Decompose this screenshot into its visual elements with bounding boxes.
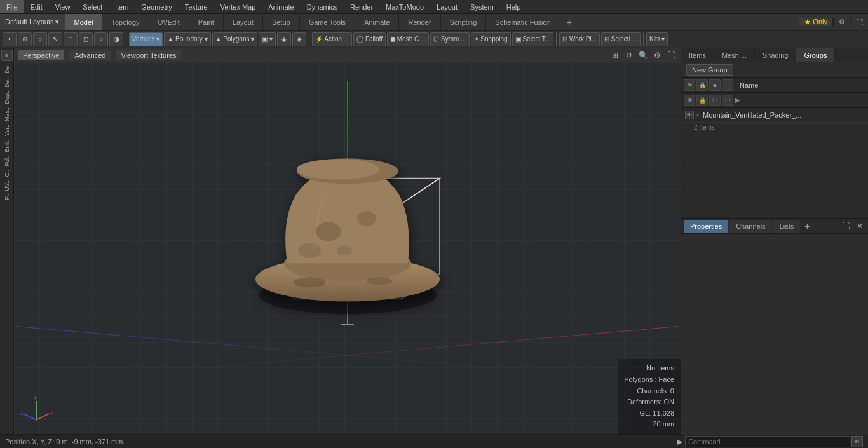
sidebar-item-ver[interactable]: Ver.. [3,123,11,137]
tool-selecti[interactable]: ⊞ Selecti ... [601,32,641,46]
tool-world[interactable]: ⊕ [18,32,32,46]
sidebar-toggle[interactable]: ≡ [1,50,13,61]
menu-vertex-map[interactable]: Vertex Map [214,0,262,13]
menu-file[interactable]: File [0,0,24,13]
tool-boundary[interactable]: ▲ Boundary ▾ [164,32,210,46]
tool-symmetry[interactable]: ⬡ Symm ... [430,32,469,46]
tab-scripting[interactable]: Scripting [441,14,487,30]
tool-circle[interactable]: ○ [33,32,47,46]
group-check-btn2[interactable]: ☐ [722,95,733,106]
tab-topology[interactable]: Topology [102,14,149,30]
bottom-tab-properties[interactable]: Properties [684,220,728,233]
right-tab-shading[interactable]: Shading [755,48,796,62]
group-eye-btn2[interactable]: 👁 [684,95,695,106]
sidebar-item-de2[interactable]: De.. [3,76,11,89]
menu-system[interactable]: System [464,0,500,13]
group-render-btn[interactable]: ◈ [709,79,721,91]
vp-expand-btn[interactable]: ⛶ [665,50,677,61]
group-item-eye[interactable]: 👁 [685,111,694,119]
menu-dynamics[interactable]: Dynamics [301,0,344,13]
vp-tab-textures[interactable]: Viewport Textures [116,50,181,60]
layout-fullscreen-btn[interactable]: ⛶ [850,18,868,26]
layout-dropdown[interactable]: Default Layouts ▾ [0,14,65,30]
right-tab-items[interactable]: Items [681,48,714,62]
group-eye-btn[interactable]: 👁 [684,79,695,91]
vp-tab-perspective[interactable]: Perspective [18,50,64,60]
bottom-tab-add-btn[interactable]: + [801,221,813,232]
menu-item[interactable]: Item [109,0,135,13]
sidebar-item-de1[interactable]: De.. [3,62,11,75]
tab-game-tools[interactable]: Game Tools [300,14,356,30]
tool-arrow[interactable]: ↖ [48,32,62,46]
tool-polygons[interactable]: ▲ Polygons ▾ [212,32,258,46]
tool-square2[interactable]: ◻ [79,32,93,46]
menu-view[interactable]: View [49,0,77,13]
sidebar-item-emi[interactable]: Emi.. [3,138,11,154]
menu-texture[interactable]: Texture [179,0,214,13]
tool-oval[interactable]: ○ [94,32,108,46]
sidebar-item-pol[interactable]: Pol.. [3,154,11,168]
tool-mesh-c[interactable]: ◼ Mesh C ... [387,32,429,46]
menu-maxtomodo[interactable]: MaxToModo [379,0,430,13]
group-extra-btn[interactable]: ⋯ [722,79,733,91]
layout-add-btn[interactable]: + [560,14,578,30]
group-expand-arrow[interactable]: ▶ [735,97,741,104]
tab-render[interactable]: Render [399,14,440,30]
tool-half[interactable]: ◑ [109,32,123,46]
star-only-btn[interactable]: ★ Only [799,18,833,26]
groups-panel: New Group 👁 🔒 ◈ ⋯ Name 👁 🔒 ☐ ☐ ▶ [681,62,868,218]
tool-snapping[interactable]: ✦ Snapping [471,32,511,46]
menu-layout[interactable]: Layout [430,0,464,13]
menu-help[interactable]: Help [500,0,527,13]
tab-uvedit[interactable]: UVEdit [149,14,189,30]
tool-action[interactable]: ⚡ Action ... [312,32,352,46]
sep3 [556,32,557,46]
tool-kits[interactable]: Kits ▾ [646,32,668,46]
sidebar-item-mes[interactable]: Mes.. [3,106,11,123]
tab-model[interactable]: Model [65,14,103,30]
tool-work-pl[interactable]: ⊟ Work Pl... [559,32,600,46]
menu-geometry[interactable]: Geometry [135,0,178,13]
menu-select[interactable]: Select [76,0,109,13]
group-lock-btn2[interactable]: 🔒 [696,95,708,106]
vp-reset-btn[interactable]: ↺ [623,50,635,61]
new-group-button[interactable]: New Group [686,64,733,76]
tool-sphere2[interactable]: ◈ [292,32,306,46]
bottom-expand-btn[interactable]: ⛶ [840,221,851,232]
sidebar-item-c[interactable]: C.. [3,168,11,179]
vp-fit-btn[interactable]: ⊞ [609,50,621,61]
vp-zoom-btn[interactable]: 🔍 [637,50,649,61]
sidebar-item-uv[interactable]: UV.. [3,179,11,193]
tab-paint[interactable]: Paint [189,14,224,30]
group-list-item[interactable]: 👁 ✓ Mountain_Ventilated_Packer_... [681,108,868,123]
tab-layout[interactable]: Layout [224,14,263,30]
tool-dot[interactable]: • [3,32,17,46]
tool-falloff[interactable]: ◯ Falloff [353,32,386,46]
tool-sphere[interactable]: ◈ [277,32,291,46]
sidebar-item-dup[interactable]: Dup.. [3,89,11,105]
bottom-tab-lists[interactable]: Lists [773,220,801,233]
command-go-btn[interactable]: ↵ [851,436,863,447]
menu-animate[interactable]: Animate [262,0,300,13]
viewport-3d[interactable]: No Items Polygons : Face Channels: 0 Def… [14,62,681,434]
vp-settings-btn[interactable]: ⚙ [651,50,663,61]
sidebar-item-f[interactable]: F.. [3,193,11,201]
menu-render[interactable]: Render [344,0,379,13]
command-input[interactable] [685,436,850,447]
tool-vertices[interactable]: Vertices ▾ [129,32,163,46]
group-lock-btn[interactable]: 🔒 [696,79,708,91]
right-tab-mesh[interactable]: Mesh ... [714,48,755,62]
tool-select-t[interactable]: ▣ Select T... [512,32,554,46]
tool-square[interactable]: □ [64,32,78,46]
vp-tab-advanced[interactable]: Advanced [69,50,111,60]
layout-settings-btn[interactable]: ⚙ [833,18,850,26]
bottom-tab-channels[interactable]: Channels [729,220,771,233]
right-tab-groups[interactable]: Groups [796,48,835,62]
tab-schematic-fusion[interactable]: Schematic Fusion [486,14,560,30]
tab-animate[interactable]: Animate [355,14,399,30]
menu-edit[interactable]: Edit [24,0,49,13]
bottom-close-btn[interactable]: ✕ [854,221,865,232]
group-check-btn[interactable]: ☐ [709,95,721,106]
tab-setup[interactable]: Setup [263,14,300,30]
tool-box[interactable]: ▣ ▾ [259,32,276,46]
